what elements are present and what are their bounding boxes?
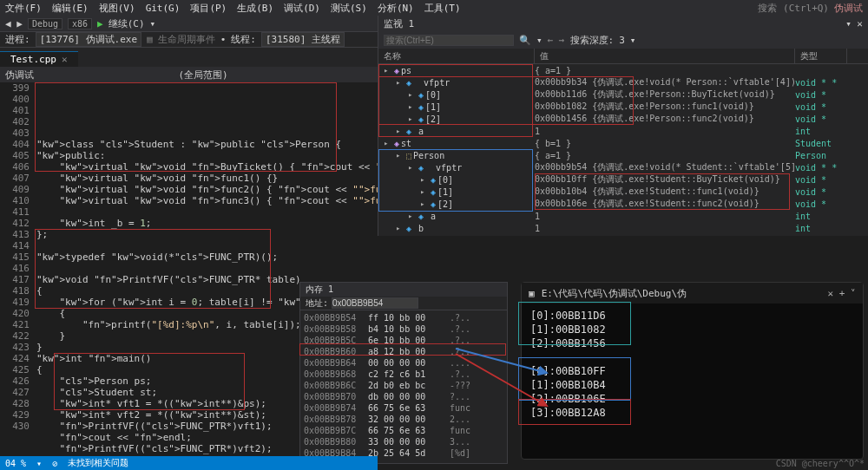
code-line[interactable]: "kw">virtual "kw">void "fn">func1() {} bbox=[36, 173, 378, 184]
col-type[interactable]: 类型 bbox=[795, 49, 847, 63]
term-line: [1]:00BB10B4 bbox=[530, 378, 854, 392]
menu-item[interactable]: 编辑(E) bbox=[52, 2, 89, 15]
code-line[interactable]: "kw">virtual "kw">void "fn">func3() { "f… bbox=[36, 195, 378, 206]
watch-row[interactable]: ▸◈_a1int bbox=[378, 210, 868, 222]
col-value[interactable]: 值 bbox=[535, 49, 795, 63]
process-dropdown[interactable]: [13776] 伪调试.exe bbox=[36, 32, 141, 47]
memory-row[interactable]: 0x00BB9B60a8 12 bb 00.?.. bbox=[304, 346, 503, 357]
watch-row[interactable]: ▸◈[0]0x00bb11d6 {伪调试.exe!Person::BuyTick… bbox=[378, 88, 868, 101]
watch-row[interactable]: ▸◈[0]0x00bb10ff {伪调试.exe!Student::BuyTic… bbox=[378, 173, 868, 186]
watch-row[interactable]: ▸⬚Person{_a=1 }Person bbox=[378, 149, 868, 161]
close-icon[interactable]: ✕ bbox=[62, 54, 68, 65]
menu-item[interactable]: 调试(D) bbox=[284, 2, 320, 15]
watch-title: 监视 1 bbox=[384, 17, 414, 30]
thread-label: 线程: bbox=[231, 33, 256, 46]
memory-row[interactable]: 0x00BB9B7832 00 00 002... bbox=[304, 414, 503, 425]
code-line[interactable]: }; bbox=[36, 229, 378, 240]
watch-search-input[interactable] bbox=[384, 35, 514, 46]
lifecycle-label[interactable]: 生命周期事件 bbox=[158, 33, 215, 46]
play-icon[interactable]: ▶ bbox=[97, 18, 103, 29]
search-icon[interactable]: 🔍 bbox=[519, 35, 531, 46]
watch-row[interactable]: ▸◈[1]0x00bb1082 {伪调试.exe!Person::func1(v… bbox=[378, 101, 868, 113]
menu-item[interactable]: 项目(P) bbox=[190, 2, 227, 15]
status-bar: 04 %▾ ⊘ 未找到相关问题 bbox=[0, 456, 378, 470]
term-line: [0]:00BB10FF bbox=[530, 364, 854, 378]
terminal-title: E:\代码\代码\伪调试\Debug\伪 bbox=[542, 287, 687, 300]
watch-row[interactable]: ▸◈[1]0x00bb10b4 {伪调试.exe!Student::func1(… bbox=[378, 186, 868, 198]
memory-row[interactable]: 0x00BB9B68c2 f2 c6 b1.?.. bbox=[304, 369, 503, 380]
arch-combo[interactable]: x86 bbox=[68, 18, 92, 29]
menu-item[interactable]: 工具(T) bbox=[424, 2, 461, 15]
memory-row[interactable]: 0x00BB9B6C2d b0 eb bc-??? bbox=[304, 380, 503, 391]
config-combo[interactable]: Debug bbox=[28, 18, 62, 29]
memory-row[interactable]: 0x00BB9B7466 75 6e 63func bbox=[304, 402, 503, 414]
term-line: [2]:00BB106E bbox=[530, 392, 854, 406]
tab-test-cpp[interactable]: Test.cpp✕ bbox=[0, 51, 78, 67]
code-line[interactable]: "kw">virtual "kw">void "fn">func2() { "f… bbox=[36, 184, 378, 195]
code-line[interactable] bbox=[36, 240, 378, 251]
run-button[interactable]: 继续(C) bbox=[108, 17, 145, 30]
memory-row[interactable]: 0x00BB9B58b4 10 bb 00.?.. bbox=[304, 323, 503, 335]
menubar: 文件(F)编辑(E)视图(V)Git(G)项目(P)生成(B)调试(D)测试(S… bbox=[0, 0, 868, 16]
terminal-window: ▣ E:\代码\代码\伪调试\Debug\伪 ✕ + ˅ [0]:00BB11D… bbox=[521, 282, 864, 460]
memory-row[interactable]: 0x00BB9B8033 00 00 003... bbox=[304, 436, 503, 447]
menu-item[interactable]: 视图(V) bbox=[99, 2, 135, 15]
watch-row[interactable]: ▸◈_a1int bbox=[378, 125, 868, 137]
watch-row[interactable]: ▸◈__vfptr0x00bb9b34 {伪调试.exe!void(* Pers… bbox=[378, 76, 868, 88]
watch-row[interactable]: ▸◈_b1int bbox=[378, 222, 868, 234]
subhdr-left[interactable]: 伪调试 bbox=[5, 69, 34, 82]
terminal-icon: ▣ bbox=[529, 288, 535, 299]
depth-label: 搜索深度: bbox=[570, 34, 615, 47]
addr-input[interactable] bbox=[332, 297, 418, 309]
menu-item[interactable]: Git(G) bbox=[146, 3, 181, 14]
watch-window: 监视 1▾ ✕ 🔍▾ ← → 搜索深度: 3▾ 名称 值 类型 ▸◈ps{_a=… bbox=[378, 16, 868, 236]
memory-row[interactable]: 0x00BB9B5C6e 10 bb 00.?.. bbox=[304, 335, 503, 346]
menu-item[interactable]: 生成(B) bbox=[237, 2, 273, 15]
term-line bbox=[530, 350, 854, 364]
term-line: [3]:00BB12A8 bbox=[530, 406, 854, 420]
menu-item[interactable]: 分析(N) bbox=[378, 2, 414, 15]
memory-row[interactable]: 0x00BB9B6400 00 00 00.... bbox=[304, 357, 503, 369]
code-line[interactable]: "kw">int _b = 1; bbox=[36, 218, 378, 229]
watermark: CSDN @cheery^^O^* bbox=[776, 459, 865, 468]
memory-title: 内存 1 bbox=[306, 284, 333, 296]
term-line: [2]:00BB1456 bbox=[530, 336, 854, 350]
mode-label: 伪调试 bbox=[834, 2, 863, 15]
watch-row[interactable]: ▸◈ps{_a=1 } bbox=[378, 64, 868, 76]
addr-label: 地址: bbox=[306, 297, 328, 310]
tab-strip: Test.cpp✕ bbox=[0, 48, 378, 67]
memory-row[interactable]: 0x00BB9B70db 00 00 00?... bbox=[304, 391, 503, 402]
code-line[interactable] bbox=[36, 206, 378, 218]
search-top: 搜索 (Ctrl+Q) 伪调试 bbox=[758, 0, 863, 16]
depth-value[interactable]: 3 bbox=[619, 35, 625, 46]
code-line[interactable]: "kw">class "cls">Student : "kw">public "… bbox=[36, 139, 378, 150]
menu-item[interactable]: 测试(S) bbox=[331, 2, 367, 15]
code-line[interactable]: "kw">public: bbox=[36, 150, 378, 161]
watch-row[interactable]: ▸◈st{_b=1 }Student bbox=[378, 137, 868, 149]
subhdr-right[interactable]: (全局范围) bbox=[178, 69, 227, 82]
thread-dropdown[interactable]: [31580] 主线程 bbox=[261, 32, 345, 47]
pct: 04 % bbox=[5, 459, 26, 468]
term-line: [1]:00BB1082 bbox=[530, 323, 854, 336]
close-icon[interactable]: ✕ + ˅ bbox=[828, 288, 857, 299]
memory-window: 内存 1 地址: 0x00BB9B54ff 10 bb 00.?..0x00BB… bbox=[299, 282, 508, 464]
code-line[interactable]: "kw">virtual "kw">void "fn">BuyTicket() … bbox=[36, 161, 378, 173]
code-line[interactable] bbox=[36, 263, 378, 274]
watch-row[interactable]: ▸◈[2]0x00bb106e {伪调试.exe!Student::func2(… bbox=[378, 198, 868, 210]
watch-row[interactable]: ▸◈__vfptr0x00bb9b54 {伪调试.exe!void(* Stud… bbox=[378, 161, 868, 173]
memory-row[interactable]: 0x00BB9B54ff 10 bb 00.?.. bbox=[304, 312, 503, 323]
menu-item[interactable]: 文件(F) bbox=[5, 2, 42, 15]
search-label[interactable]: 搜索 (Ctrl+Q) bbox=[758, 2, 829, 15]
term-line: [0]:00BB11D6 bbox=[530, 309, 854, 323]
watch-row[interactable]: ▸◈[2]0x00bb1456 {伪调试.exe!Person::func2(v… bbox=[378, 113, 868, 125]
code-line[interactable]: "kw">typedef "kw">void(*"cls">FUNC_PTR)(… bbox=[36, 251, 378, 263]
memory-row[interactable]: 0x00BB9B7C66 75 6e 63func bbox=[304, 425, 503, 436]
process-label: 进程: bbox=[5, 33, 30, 46]
col-name[interactable]: 名称 bbox=[378, 49, 535, 63]
issues: 未找到相关问题 bbox=[68, 457, 128, 469]
